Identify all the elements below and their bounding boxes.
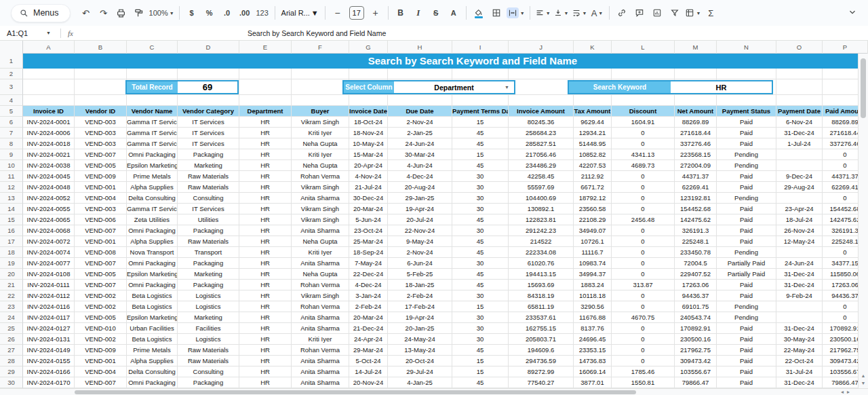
table-cell[interactable]: Raw Materials xyxy=(178,182,239,193)
empty-cell[interactable] xyxy=(349,69,388,79)
fill-color-button[interactable] xyxy=(471,5,486,21)
table-cell[interactable]: 23-Oct-24 xyxy=(349,225,388,236)
column-header-K[interactable]: K xyxy=(574,41,612,54)
table-cell[interactable]: 6-Jun-24 xyxy=(388,258,452,269)
table-cell[interactable]: 20-Aug-24 xyxy=(388,182,452,193)
table-cell[interactable]: 18-Oct-24 xyxy=(349,117,388,128)
table-cell[interactable]: 8137.76 xyxy=(574,323,612,334)
table-cell[interactable]: 3-Jan-24 xyxy=(349,290,388,301)
table-cell[interactable]: 44371.37 xyxy=(675,171,717,182)
table-cell[interactable]: 162755.15 xyxy=(509,323,574,334)
table-cell[interactable]: INV-2024-0170 xyxy=(23,377,75,388)
table-cell[interactable]: 0 xyxy=(612,138,675,149)
table-cell[interactable]: HR xyxy=(239,334,292,345)
horizontal-scrollbar-thumb[interactable] xyxy=(75,390,636,394)
table-cell[interactable]: 34994.37 xyxy=(574,269,612,280)
table-cell[interactable]: 12-May-24 xyxy=(776,236,823,247)
functions-button[interactable]: Σ xyxy=(703,5,718,21)
sheet-title-banner[interactable]: Search by Search Keyword and Field Name xyxy=(23,54,868,69)
table-cell[interactable]: INV-2024-0001 xyxy=(23,117,75,128)
table-cell[interactable]: INV-2024-0149 xyxy=(23,345,75,356)
undo-button[interactable]: ↶ xyxy=(79,5,94,21)
table-cell[interactable]: 45 xyxy=(452,280,509,290)
table-cell[interactable]: 45 xyxy=(452,377,509,388)
table-cell[interactable]: 4670.75 xyxy=(612,312,675,323)
table-cell[interactable]: 10983.74 xyxy=(574,258,612,269)
insert-chart-button[interactable] xyxy=(650,5,665,21)
row-header-19[interactable]: 19 xyxy=(0,258,23,269)
table-cell[interactable]: 45 xyxy=(452,269,509,280)
table-cell[interactable]: VEND-003 xyxy=(75,204,127,214)
table-cell[interactable]: 214522 xyxy=(509,236,574,247)
select-column-dropdown[interactable]: Department ▼ xyxy=(394,81,514,93)
table-cell[interactable]: 22-Oct-24 xyxy=(776,356,823,366)
table-cell[interactable]: Vikram Singh xyxy=(292,290,349,301)
table-cell[interactable]: VEND-001 xyxy=(75,356,127,366)
insert-link-button[interactable] xyxy=(614,5,629,21)
empty-cell[interactable] xyxy=(509,95,574,106)
table-header-cell[interactable]: Payment Status xyxy=(717,106,776,117)
table-cell[interactable]: Kriti Iyer xyxy=(292,247,349,258)
table-cell[interactable]: Consulting xyxy=(178,193,239,204)
table-cell[interactable]: Rohan Verma xyxy=(292,171,349,182)
table-cell[interactable]: 22-Nov-24 xyxy=(388,225,452,236)
table-cell[interactable]: Paid xyxy=(717,225,776,236)
table-cell[interactable]: VEND-007 xyxy=(75,225,127,236)
table-cell[interactable]: Paid xyxy=(717,128,776,138)
table-cell[interactable]: Vikram Singh xyxy=(292,117,349,128)
table-cell[interactable]: HR xyxy=(239,160,292,171)
empty-cell[interactable] xyxy=(292,95,349,106)
table-cell[interactable]: 65811.19 xyxy=(509,301,574,312)
table-cell[interactable]: IT Services xyxy=(178,138,239,149)
table-cell[interactable]: VEND-007 xyxy=(75,258,127,269)
table-cell[interactable]: Paid xyxy=(717,138,776,149)
table-cell[interactable]: 30 xyxy=(452,193,509,204)
table-cell[interactable]: Rohan Verma xyxy=(292,301,349,312)
table-cell[interactable]: INV-2024-0074 xyxy=(23,247,75,258)
print-button[interactable] xyxy=(114,5,129,21)
row-header-11[interactable]: 11 xyxy=(0,171,23,182)
table-cell[interactable]: 10852.82 xyxy=(574,149,612,160)
table-cell[interactable]: Kriti Iyer xyxy=(292,149,349,160)
table-cell[interactable]: 142475.62 xyxy=(675,214,717,225)
table-cell[interactable]: Gamma IT Services xyxy=(127,117,178,128)
table-cell[interactable]: Omni Packaging xyxy=(127,225,178,236)
table-cell[interactable]: 20-Nov-24 xyxy=(349,377,388,388)
table-cell[interactable]: 15 xyxy=(452,301,509,312)
table-cell[interactable]: 1604.91 xyxy=(612,117,675,128)
table-cell[interactable]: 10118.18 xyxy=(574,290,612,301)
table-cell[interactable]: 122823.81 xyxy=(509,214,574,225)
empty-cell[interactable] xyxy=(349,95,388,106)
table-cell[interactable]: 88269.89 xyxy=(675,117,717,128)
table-cell[interactable]: Kriti Iyer xyxy=(292,334,349,345)
table-cell[interactable]: 130892.1 xyxy=(509,204,574,214)
table-cell[interactable]: 10726.1 xyxy=(574,236,612,247)
table-cell[interactable]: 30 xyxy=(452,171,509,182)
empty-cell[interactable] xyxy=(178,95,239,106)
row-header-21[interactable]: 21 xyxy=(0,280,23,290)
empty-cell[interactable] xyxy=(675,95,717,106)
table-cell[interactable]: 34949.07 xyxy=(574,225,612,236)
table-cell[interactable]: 22108.29 xyxy=(574,214,612,225)
table-cell[interactable]: Paid xyxy=(717,290,776,301)
table-cell[interactable]: Alpha Supplies xyxy=(127,182,178,193)
table-cell[interactable]: VEND-001 xyxy=(75,182,127,193)
table-cell[interactable]: Anita Sharma xyxy=(292,258,349,269)
table-cell[interactable]: Anita Sharma xyxy=(292,366,349,377)
table-cell[interactable]: 2456.48 xyxy=(612,214,675,225)
table-cell[interactable]: 9629.44 xyxy=(574,117,612,128)
table-cell[interactable]: 24696.45 xyxy=(574,334,612,345)
table-cell[interactable]: 45 xyxy=(452,138,509,149)
table-cell[interactable]: 20-Jul-24 xyxy=(388,214,452,225)
table-cell[interactable]: Packaging xyxy=(178,149,239,160)
table-header-cell[interactable]: Payment Date xyxy=(776,106,823,117)
table-cell[interactable] xyxy=(776,149,823,160)
empty-cell[interactable] xyxy=(612,69,675,79)
table-cell[interactable]: VEND-003 xyxy=(75,138,127,149)
table-cell[interactable]: HR xyxy=(239,356,292,366)
table-cell[interactable]: 30 xyxy=(452,290,509,301)
table-header-cell[interactable]: Invoice ID xyxy=(23,106,75,117)
table-cell[interactable]: Paid xyxy=(717,280,776,290)
table-cell[interactable]: HR xyxy=(239,236,292,247)
table-cell[interactable]: 20-Jan-25 xyxy=(388,323,452,334)
